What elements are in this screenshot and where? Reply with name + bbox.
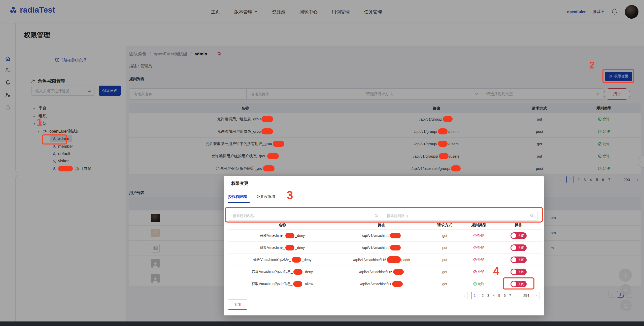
redaction-blob [390, 233, 401, 238]
permission-change-modal: 权限变更 授权权限域 公共权限域 3 名称 路由 请求方式 [224, 176, 544, 315]
modal-page-3[interactable]: 3 [487, 294, 489, 298]
rule-toggle[interactable]: 关闭 [511, 257, 527, 263]
redaction-blob [263, 165, 275, 171]
modal-page-next[interactable]: › [533, 292, 540, 299]
toggle-knob [511, 281, 516, 286]
modal-page-2[interactable]: 2 [482, 294, 484, 298]
tabs-divider [224, 203, 544, 203]
search-rule-route-field [382, 211, 537, 220]
search-icon [530, 214, 534, 218]
modal-page-last[interactable]: 254 [523, 294, 529, 298]
tab-public-domain[interactable]: 公共权限域 [256, 194, 275, 199]
table-row: 获取Vmachine__deny /api/v1/vmachine/ get 拒… [228, 230, 542, 242]
modal-table-header: 名称 路由 请求方式 规则类型 操作 [228, 221, 542, 230]
redaction-blob [451, 165, 461, 171]
modal-close-button[interactable]: 关闭 [228, 300, 247, 310]
redaction-blob [285, 233, 294, 238]
redaction-blob [387, 256, 401, 263]
deny-icon [473, 270, 477, 274]
modal-tabs: 授权权限域 公共权限域 [228, 194, 275, 199]
allow-check-icon [473, 282, 477, 286]
deny-icon [473, 234, 477, 237]
deny-icon [473, 246, 477, 249]
modal-rules-table: 名称 路由 请求方式 规则类型 操作 获取Vmachine__deny /api… [228, 221, 542, 290]
redaction-blob [58, 166, 73, 171]
rule-toggle[interactable]: 关闭 [511, 269, 527, 275]
rule-toggle[interactable]: 关闭 [511, 281, 527, 287]
redaction-blob [273, 141, 284, 147]
modal-search-bar [228, 211, 538, 221]
modal-pagination: ‹ 1 2 3 4 5 6 7 ··· 254 › [461, 292, 540, 299]
deny-icon [473, 258, 477, 262]
table-row: 修改Vmachine__deny /api/v1/vmachine/ put 拒… [228, 242, 542, 254]
modal-page-1[interactable]: 1 [471, 292, 478, 299]
rule-toggle[interactable]: 关闭 [511, 244, 527, 251]
redaction-blob [267, 153, 279, 159]
annotation-number-1: 1 [37, 117, 42, 128]
rule-toggle[interactable]: 关闭 [511, 232, 527, 239]
redaction-blob [292, 257, 301, 263]
table-row: 修改Vmachine的ip地址__deny /api/v1/vmachine/1… [228, 254, 542, 266]
toggle-knob [511, 269, 516, 274]
search-rule-name-input[interactable] [233, 214, 375, 218]
redaction-blob [390, 245, 401, 250]
redaction-blob [438, 128, 448, 134]
modal-page-prev[interactable]: ‹ [461, 292, 468, 299]
redaction-blob [443, 116, 453, 122]
redaction-blob [439, 153, 449, 159]
redaction-blob [293, 269, 302, 275]
annotation-number-4: 4 [493, 265, 499, 277]
table-row: 获取Vmachine的ssh信息__allow /api/v1/vmachine… [228, 278, 542, 290]
annotation-number-3: 3 [287, 188, 293, 202]
search-icon [375, 214, 379, 218]
modal-page-ellipsis: ··· [515, 294, 520, 298]
toggle-knob [511, 257, 516, 262]
tab-authorized-domain[interactable]: 授权权限域 [228, 194, 247, 199]
annotation-number-2: 2 [589, 60, 595, 71]
redaction-blob [285, 245, 294, 250]
search-rule-name-field [228, 211, 382, 220]
toggle-knob [511, 245, 516, 250]
search-rule-route-input[interactable] [387, 214, 530, 218]
modal-page-5[interactable]: 5 [498, 294, 500, 298]
modal-page-4[interactable]: 4 [493, 294, 495, 298]
redaction-blob [293, 281, 302, 287]
redaction-blob [261, 116, 273, 122]
modal-page-7[interactable]: 7 [509, 294, 511, 298]
redaction-blob [438, 141, 448, 147]
redaction-blob [261, 128, 273, 134]
screen: radiaTest 主页 版本管理 资源池 测试中心 用例管理 任务管理 ope… [0, 0, 644, 326]
modal-title: 权限变更 [231, 180, 248, 186]
modal-page-6[interactable]: 6 [504, 294, 506, 298]
redaction-blob [392, 281, 403, 287]
toggle-knob [511, 233, 516, 238]
redaction-blob [393, 269, 404, 275]
